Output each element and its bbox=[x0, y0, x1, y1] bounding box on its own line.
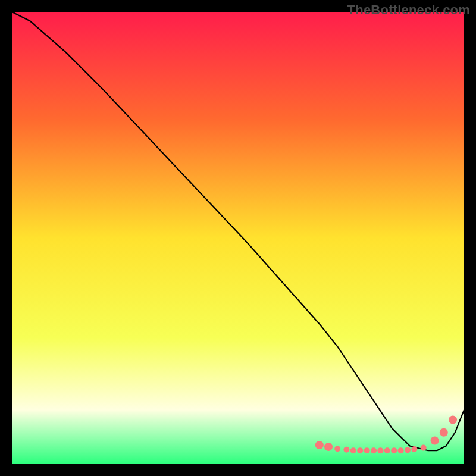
highlight-dot bbox=[431, 437, 439, 445]
highlight-dot bbox=[357, 447, 363, 453]
highlight-dot bbox=[384, 447, 390, 453]
bottleneck-chart-svg bbox=[12, 12, 464, 464]
highlight-dot bbox=[324, 443, 333, 451]
chart-frame: TheBottleneck.com bbox=[0, 0, 476, 476]
highlight-dot bbox=[350, 447, 356, 453]
highlight-dot bbox=[405, 447, 411, 453]
highlight-dot bbox=[398, 447, 404, 453]
highlight-dot bbox=[421, 445, 427, 451]
highlight-dot bbox=[449, 416, 457, 424]
highlight-dot bbox=[315, 441, 324, 449]
highlight-dot bbox=[371, 447, 377, 453]
plot-area bbox=[12, 12, 464, 464]
highlight-dot bbox=[411, 446, 417, 452]
highlight-dot bbox=[343, 447, 349, 453]
highlight-dot bbox=[377, 447, 383, 453]
highlight-dot bbox=[334, 446, 340, 452]
watermark-text: TheBottleneck.com bbox=[347, 2, 470, 18]
highlight-dot bbox=[391, 447, 397, 453]
highlight-dot bbox=[440, 428, 448, 437]
highlight-dot bbox=[364, 447, 370, 453]
gradient-background bbox=[12, 12, 464, 464]
